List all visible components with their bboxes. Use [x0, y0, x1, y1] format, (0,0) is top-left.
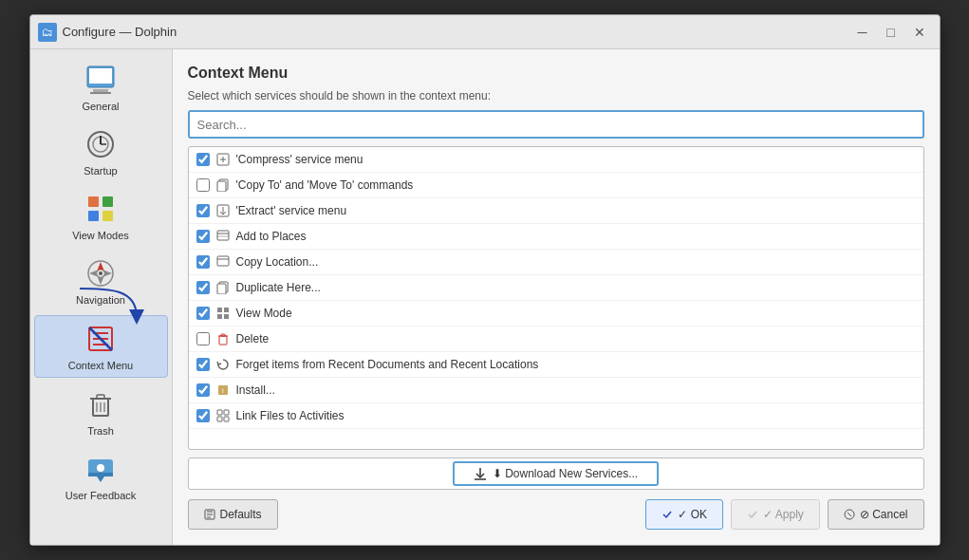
- sidebar-item-general[interactable]: General: [34, 57, 168, 118]
- svg-rect-1: [89, 68, 112, 84]
- list-item[interactable]: 'Copy To' and 'Move To' commands: [189, 173, 923, 198]
- svg-rect-53: [221, 334, 225, 336]
- svg-rect-50: [224, 314, 229, 319]
- svg-point-17: [99, 271, 102, 275]
- sidebar-item-view-modes-label: View Modes: [72, 230, 129, 241]
- list-item[interactable]: Delete: [189, 327, 923, 352]
- svg-rect-47: [217, 308, 222, 312]
- svg-text:i: i: [222, 386, 224, 395]
- trash-icon: [84, 387, 118, 421]
- svg-rect-48: [224, 308, 229, 312]
- sidebar: General Startup: [30, 49, 173, 545]
- add-places-checkbox[interactable]: [196, 230, 210, 243]
- link-activities-label: Link Files to Activities: [236, 409, 345, 422]
- services-list[interactable]: 'Compress' service menu 'Copy To' and 'M…: [189, 147, 923, 449]
- window-controls: ─ □ ✕: [850, 22, 932, 43]
- cancel-button[interactable]: ⊘ Cancel: [828, 499, 924, 530]
- duplicate-label: Duplicate Here...: [236, 281, 321, 294]
- forget-recent-checkbox[interactable]: [196, 358, 210, 371]
- download-btn-label: ⬇ Download New Services...: [493, 467, 638, 480]
- svg-rect-10: [88, 211, 99, 221]
- list-item[interactable]: View Mode: [189, 301, 923, 327]
- view-mode-checkbox[interactable]: [196, 307, 210, 320]
- ok-button[interactable]: ✓ OK: [645, 499, 723, 530]
- list-item[interactable]: Forget items from Recent Documents and R…: [189, 352, 923, 378]
- window-title: Configure — Dolphin: [63, 25, 177, 39]
- defaults-icon: [204, 509, 215, 520]
- main-panel: Context Menu Select which services shoul…: [173, 49, 940, 545]
- context-menu-icon: [84, 322, 118, 356]
- install-label: Install...: [236, 383, 275, 397]
- general-icon: [84, 63, 118, 97]
- svg-rect-46: [217, 284, 226, 294]
- link-activities-icon: [215, 408, 231, 423]
- svg-rect-40: [217, 231, 229, 240]
- svg-rect-59: [224, 417, 229, 421]
- close-button[interactable]: ✕: [907, 22, 932, 43]
- add-places-label: Add to Places: [236, 230, 307, 243]
- list-item[interactable]: 'Compress' service menu: [189, 147, 923, 173]
- list-item[interactable]: i Install...: [189, 378, 923, 403]
- svg-rect-51: [219, 336, 227, 345]
- delete-label: Delete: [236, 332, 270, 345]
- duplicate-checkbox[interactable]: [196, 281, 210, 294]
- ok-checkmark-icon: [662, 509, 673, 520]
- view-modes-icon: [84, 192, 118, 226]
- compress-label: 'Compress' service menu: [236, 153, 363, 166]
- download-section: ⬇ Download New Services...: [188, 457, 924, 490]
- download-icon: [474, 467, 487, 480]
- apply-checkmark-icon: [747, 509, 758, 520]
- titlebar: 🗂 Configure — Dolphin ─ □ ✕: [30, 15, 940, 49]
- add-places-icon: [215, 229, 231, 244]
- copy-move-checkbox[interactable]: [196, 178, 210, 192]
- svg-rect-37: [217, 181, 226, 192]
- svg-rect-9: [102, 196, 113, 207]
- svg-rect-43: [217, 256, 229, 266]
- download-new-services-button[interactable]: ⬇ Download New Services...: [453, 461, 659, 486]
- search-input[interactable]: [188, 110, 924, 139]
- defaults-btn-label: Defaults: [220, 508, 262, 521]
- list-item[interactable]: Add to Places: [189, 224, 923, 250]
- sidebar-item-navigation[interactable]: Navigation: [34, 251, 168, 311]
- install-checkbox[interactable]: [196, 383, 210, 397]
- cancel-icon: [844, 509, 855, 520]
- sidebar-item-trash[interactable]: Trash: [34, 382, 168, 442]
- link-activities-checkbox[interactable]: [196, 409, 210, 422]
- apply-btn-label: ✓ Apply: [763, 508, 804, 521]
- sidebar-item-view-modes[interactable]: View Modes: [34, 186, 168, 247]
- minimize-button[interactable]: ─: [850, 22, 875, 43]
- footer-buttons: Defaults ✓ OK ✓ Apply ⊘ Cancel: [188, 499, 924, 530]
- sidebar-item-general-label: General: [82, 101, 119, 112]
- svg-marker-32: [97, 476, 104, 482]
- apply-button[interactable]: ✓ Apply: [731, 499, 820, 530]
- panel-title: Context Menu: [188, 65, 924, 82]
- copy-location-checkbox[interactable]: [196, 255, 210, 269]
- extract-label: 'Extract' service menu: [236, 204, 347, 217]
- cancel-btn-label: ⊘ Cancel: [860, 508, 908, 521]
- extract-icon: [215, 203, 231, 218]
- copy-location-icon: [215, 254, 231, 270]
- maximize-button[interactable]: □: [879, 22, 904, 43]
- copy-move-label: 'Copy To' and 'Move To' commands: [236, 178, 414, 192]
- sidebar-item-context-menu[interactable]: Context Menu: [34, 315, 168, 378]
- sidebar-item-startup[interactable]: Startup: [34, 121, 168, 182]
- list-item[interactable]: Copy Location...: [189, 250, 923, 275]
- sidebar-item-user-feedback-label: User Feedback: [65, 490, 137, 501]
- main-content: General Startup: [30, 49, 940, 545]
- extract-checkbox[interactable]: [196, 204, 210, 217]
- list-item[interactable]: Duplicate Here...: [189, 275, 923, 301]
- configure-window: 🗂 Configure — Dolphin ─ □ ✕: [29, 14, 941, 546]
- compress-checkbox[interactable]: [196, 153, 210, 166]
- svg-line-22: [89, 327, 112, 350]
- list-item[interactable]: Link Files to Activities: [189, 403, 923, 429]
- services-container: 'Compress' service menu 'Copy To' and 'M…: [188, 146, 924, 499]
- titlebar-left: 🗂 Configure — Dolphin: [38, 23, 177, 42]
- svg-marker-16: [102, 270, 112, 277]
- startup-icon: [84, 127, 118, 161]
- defaults-button[interactable]: Defaults: [188, 499, 278, 530]
- list-item[interactable]: 'Extract' service menu: [189, 198, 923, 224]
- sidebar-item-navigation-label: Navigation: [76, 294, 125, 306]
- sidebar-item-user-feedback[interactable]: User Feedback: [34, 446, 168, 507]
- delete-checkbox[interactable]: [196, 332, 210, 345]
- app-icon: 🗂: [38, 23, 57, 42]
